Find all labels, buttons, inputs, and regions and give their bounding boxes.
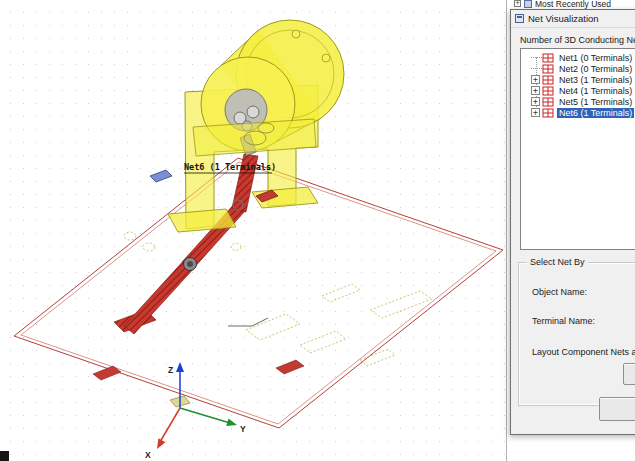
select-net-by-group: Select Net By Object Name: Terminal Name… [518,262,635,406]
viewport-corner-mark [0,451,9,461]
tree-stub [531,53,540,62]
tree-item-most-recently-used[interactable]: Most Recently Used [535,0,611,9]
axis-x-label: X [145,450,151,460]
expand-icon[interactable]: + [531,75,540,84]
app-window: Net6 (1 Terminals) Z Y X + M [0,0,635,461]
expand-icon[interactable]: + [531,108,540,117]
net-icon [542,75,554,85]
expand-icon[interactable]: + [531,86,540,95]
net-item-label[interactable]: Net2 (0 Terminals) [557,64,634,74]
axis-z-label: Z [168,365,173,375]
net-tree-item[interactable]: + Net3 (1 Terminals) [521,74,635,85]
net-tree-item-selected[interactable]: + Net6 (1 Terminals) [521,107,635,118]
project-tree-peek: + Most Recently Used [514,0,635,9]
3d-scene: Net6 (1 Terminals) Z Y X [0,0,512,461]
terminal-name-label: Terminal Name: [532,316,595,326]
folder-icon [524,0,532,8]
net-item-label[interactable]: Net4 (1 Terminals) [557,86,634,96]
axis-y-label: Y [240,424,246,434]
net-tree-item[interactable]: Net1 (0 Terminals) [521,52,635,63]
net-item-label[interactable]: Net1 (0 Terminals) [557,53,634,63]
net-tree-list[interactable]: Net1 (0 Terminals) Net2 (0 Terminals) + … [520,48,635,250]
net-item-label[interactable]: Net6 (1 Terminals) [557,108,634,118]
net-tree-item[interactable]: + Net4 (1 Terminals) [521,85,635,96]
layout-component-nets-label: Layout Component Nets a [532,347,635,357]
cut-off-button[interactable] [623,363,635,385]
port-box-blue [150,170,172,182]
net-icon [542,97,554,107]
nets-count-label: Number of 3D Conducting Nets [520,35,635,45]
copper-pads [93,360,304,380]
dialog-icon [515,14,524,23]
net-tree-item[interactable]: + Net5 (1 Terminals) [521,96,635,107]
board-dimension-marks [228,318,268,326]
net-icon [542,53,554,63]
3d-viewport[interactable]: Net6 (1 Terminals) Z Y X [0,0,512,461]
net-item-label[interactable]: Net3 (1 Terminals) [557,75,634,85]
cut-off-dialog-button[interactable] [599,397,635,421]
net-tree-item[interactable]: Net2 (0 Terminals) [521,63,635,74]
expand-icon[interactable]: + [531,97,540,106]
expand-icon[interactable]: + [514,0,521,7]
select-net-by-title: Select Net By [527,257,588,267]
net-icon [542,108,554,118]
board-component-outlines [124,232,432,366]
net-callout: Net6 (1 Terminals) [184,162,276,173]
object-name-label: Object Name: [532,287,587,297]
dialog-title: Net Visualization [528,13,599,24]
net-visualization-dialog: Net Visualization Number of 3D Conductin… [510,9,635,435]
svg-text:Net6 (1 Terminals): Net6 (1 Terminals) [184,162,276,172]
net-icon [542,64,554,74]
dialog-titlebar[interactable]: Net Visualization [511,10,635,28]
tree-stub [531,64,540,73]
net-item-label[interactable]: Net5 (1 Terminals) [557,97,634,107]
net-icon [542,86,554,96]
